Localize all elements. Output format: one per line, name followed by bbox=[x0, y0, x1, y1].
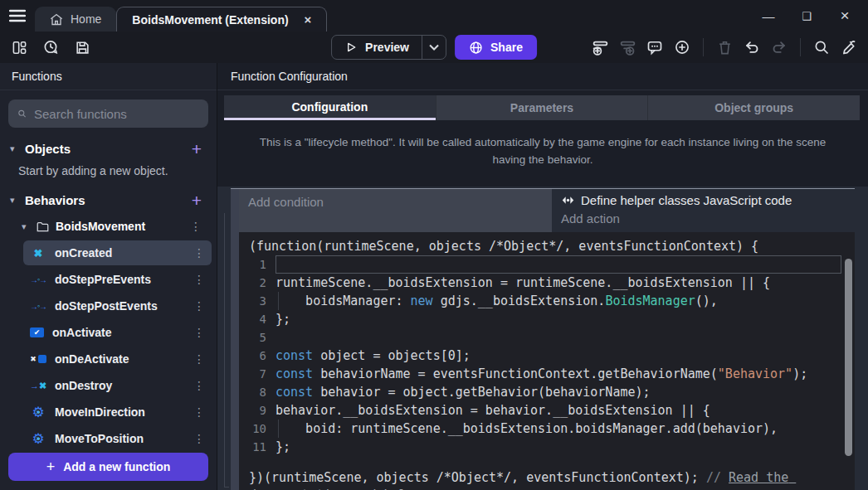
add-new-function-button[interactable]: + Add a new function bbox=[8, 453, 208, 481]
edit-extension-button[interactable] bbox=[840, 38, 858, 56]
behaviors-section-header[interactable]: ▾ Behaviors + bbox=[0, 184, 217, 214]
tab-boidsmovement-extension[interactable]: BoidsMovement (Extension) × bbox=[116, 7, 327, 32]
kebab-menu-icon[interactable]: ⋮ bbox=[188, 352, 210, 366]
minimize-button[interactable]: — bbox=[755, 3, 782, 28]
javascript-event[interactable]: Add condition Define helper classes Java… bbox=[231, 188, 855, 490]
code-line[interactable]: 8const behavior = object.getBehavior(beh… bbox=[239, 383, 855, 401]
close-tab-icon[interactable]: × bbox=[305, 12, 312, 27]
lifecycle-method-description: This is a "lifecycle method". It will be… bbox=[217, 120, 868, 187]
line-number: 4 bbox=[239, 310, 276, 328]
code-line[interactable]: 2runtimeScene.__boidsExtension = runtime… bbox=[239, 274, 855, 292]
add-subevent-button[interactable] bbox=[618, 38, 636, 56]
hamburger-icon bbox=[9, 9, 26, 22]
add-event-button[interactable] bbox=[591, 38, 609, 56]
add-button[interactable] bbox=[673, 38, 691, 56]
code-line[interactable]: 11}; bbox=[239, 438, 855, 456]
code-line[interactable]: 10 boid: runtimeScene.__boidsExtension.b… bbox=[239, 420, 855, 438]
tab-parameters[interactable]: Parameters bbox=[436, 95, 648, 120]
objects-section-header[interactable]: ▾ Objects + bbox=[0, 133, 217, 163]
function-item-onactivate[interactable]: onActivate⋮ bbox=[23, 320, 212, 345]
code-line[interactable]: 9behavior.__boidsExtension = behavior.__… bbox=[239, 401, 855, 420]
tab-configuration[interactable]: Configuration bbox=[224, 95, 436, 120]
tab-home-label: Home bbox=[71, 12, 101, 26]
kebab-menu-icon[interactable]: ⋮ bbox=[188, 326, 210, 339]
window-controls: — ❑ × bbox=[755, 0, 868, 32]
js-event-title[interactable]: Define helper classes JavaScript code bbox=[556, 192, 855, 209]
function-item-label: onCreated bbox=[55, 246, 180, 260]
code-line[interactable]: 6const object = objects[0]; bbox=[239, 347, 855, 365]
maximize-button[interactable]: ❑ bbox=[793, 3, 820, 28]
code-header-line: (function(runtimeScene, objects /*Object… bbox=[239, 237, 855, 255]
line-number: 10 bbox=[239, 420, 276, 438]
function-item-movetoposition[interactable]: »MoveToPosition⋮ bbox=[23, 426, 212, 451]
function-item-dosteppostevents[interactable]: ◦doStepPostEvents⋮ bbox=[23, 294, 212, 318]
history-button[interactable] bbox=[41, 38, 60, 56]
function-item-dosteppreevents[interactable]: ◦doStepPreEvents⋮ bbox=[23, 267, 212, 292]
javascript-code-editor[interactable]: (function(runtimeScene, objects /*Object… bbox=[239, 232, 855, 490]
chevron-down-icon: ▾ bbox=[10, 195, 18, 206]
kebab-menu-icon[interactable]: ⋮ bbox=[185, 220, 207, 233]
add-object-button[interactable]: + bbox=[188, 140, 205, 158]
code-line[interactable]: 7const behaviorName = eventsFunctionCont… bbox=[239, 365, 855, 383]
code-line[interactable]: 1 bbox=[239, 255, 855, 274]
kebab-menu-icon[interactable]: ⋮ bbox=[188, 273, 210, 286]
trash-icon bbox=[717, 40, 733, 56]
undo-button[interactable] bbox=[743, 38, 761, 56]
preview-dropdown-button[interactable] bbox=[422, 44, 446, 51]
function-item-oncreated[interactable]: onCreated⋮ bbox=[23, 240, 212, 265]
add-comment-button[interactable] bbox=[646, 38, 664, 56]
function-item-label: onActivate bbox=[52, 326, 180, 339]
events-sheet: Add condition Define helper classes Java… bbox=[217, 187, 868, 490]
tab-object-groups[interactable]: Object groups bbox=[647, 95, 860, 120]
delete-button[interactable] bbox=[715, 38, 734, 56]
code-line-text bbox=[276, 255, 841, 274]
add-behavior-button[interactable]: + bbox=[188, 192, 205, 209]
behavior-group-boidsmovement[interactable]: ▾ BoidsMovement ⋮ bbox=[0, 214, 217, 239]
functions-sidebar: Functions ▾ Objects + Start by adding a … bbox=[0, 63, 217, 490]
share-button[interactable]: Share bbox=[455, 35, 537, 60]
save-floppy-icon bbox=[75, 40, 90, 56]
code-line[interactable]: 4}; bbox=[239, 310, 855, 328]
code-line-text: const behavior = object.getBehavior(beha… bbox=[276, 383, 841, 401]
kebab-menu-icon[interactable]: ⋮ bbox=[188, 379, 210, 392]
kebab-menu-icon[interactable]: ⋮ bbox=[188, 432, 210, 445]
gear-icon: » bbox=[30, 431, 46, 446]
app-window: Home BoidsMovement (Extension) × — ❑ × bbox=[0, 0, 868, 490]
line-number: 6 bbox=[239, 347, 276, 365]
kebab-menu-icon[interactable]: ⋮ bbox=[188, 246, 210, 260]
line-number: 8 bbox=[239, 383, 276, 401]
function-item-ondeactivate[interactable]: onDeActivate⋮ bbox=[23, 347, 212, 371]
code-line-text: runtimeScene.__boidsExtension = runtimeS… bbox=[276, 274, 841, 292]
code-line-text: boidsManager: new gdjs.__boidsExtension.… bbox=[276, 292, 841, 310]
kebab-menu-icon[interactable]: ⋮ bbox=[188, 405, 210, 419]
tab-home[interactable]: Home bbox=[35, 7, 116, 32]
add-condition-button[interactable]: Add condition bbox=[239, 189, 552, 232]
code-line[interactable]: 5 bbox=[239, 328, 855, 347]
function-item-ondestroy[interactable]: onDestroy⋮ bbox=[23, 373, 212, 398]
main-menu-button[interactable] bbox=[0, 0, 35, 32]
function-item-moveindirection[interactable]: »MoveInDirection⋮ bbox=[23, 400, 212, 425]
search-icon bbox=[17, 107, 27, 120]
code-line-text: behavior.__boidsExtension = behavior.__b… bbox=[276, 401, 841, 420]
close-window-button[interactable]: × bbox=[831, 3, 858, 28]
event-drag-handle[interactable] bbox=[231, 189, 239, 490]
toggle-panels-button[interactable] bbox=[10, 38, 28, 56]
js-event-title-label: Define helper classes JavaScript code bbox=[581, 193, 792, 207]
code-line[interactable]: 3 boidsManager: new gdjs.__boidsExtensio… bbox=[239, 292, 855, 310]
divider bbox=[703, 38, 704, 56]
search-events-button[interactable] bbox=[812, 38, 831, 56]
steps-icon: ◦ bbox=[30, 272, 46, 287]
behaviors-section-label: Behaviors bbox=[25, 193, 182, 207]
add-subevent-icon bbox=[619, 39, 636, 56]
configuration-tabs: ConfigurationParametersObject groups bbox=[224, 95, 860, 120]
editor-scrollbar[interactable] bbox=[845, 259, 852, 456]
line-number: 1 bbox=[239, 255, 276, 274]
kebab-menu-icon[interactable]: ⋮ bbox=[188, 299, 210, 313]
code-footer-line: })(runtimeScene, objects /*Object*/, eve… bbox=[239, 469, 855, 490]
redo-button[interactable] bbox=[770, 38, 788, 56]
search-functions-input[interactable] bbox=[34, 107, 199, 121]
save-button[interactable] bbox=[73, 38, 91, 56]
add-action-button[interactable]: Add action bbox=[556, 209, 855, 228]
preview-button[interactable]: Preview bbox=[331, 35, 446, 60]
search-functions-box[interactable] bbox=[8, 99, 208, 128]
